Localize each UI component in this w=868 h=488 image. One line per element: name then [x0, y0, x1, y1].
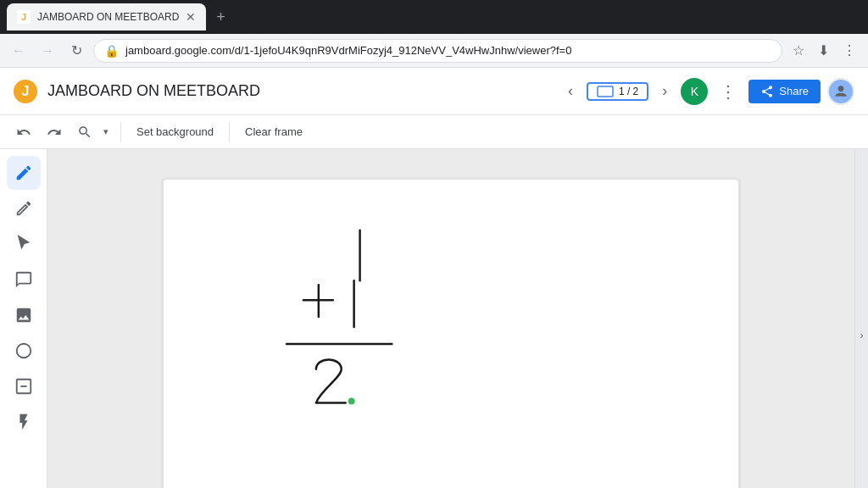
svg-point-1 — [838, 86, 844, 92]
tab-title: JAMBOARD ON MEETBOARD — [37, 11, 179, 23]
right-handle-arrow-icon: › — [860, 330, 864, 341]
redo-icon — [47, 125, 62, 140]
next-frame-button[interactable]: › — [655, 79, 674, 103]
share-icon — [760, 85, 774, 98]
sticky-note-icon — [14, 270, 33, 289]
app-title: JAMBOARD ON MEETBOARD — [47, 82, 551, 100]
address-bar-row: ← → ↻ 🔒 jamboard.google.com/d/1-1jefoU4K… — [0, 34, 868, 68]
forward-button[interactable]: → — [36, 39, 59, 63]
user-profile-avatar — [827, 78, 854, 105]
right-sidebar-handle[interactable]: › — [854, 149, 868, 488]
text-frame-tool-button[interactable] — [7, 369, 41, 403]
clear-frame-button[interactable]: Clear frame — [238, 121, 309, 142]
page-indicator: 1 / 2 — [587, 82, 648, 101]
header-actions: ‹ 1 / 2 › K ⋮ Share — [561, 78, 854, 105]
address-text: jamboard.google.com/d/1-1jefoU4K9qnR9Vdr… — [125, 44, 571, 57]
redo-button[interactable] — [41, 120, 68, 144]
back-button[interactable]: ← — [7, 39, 31, 63]
set-background-button[interactable]: Set background — [130, 121, 220, 142]
pen-tool-button[interactable] — [7, 156, 41, 190]
bookmark-button[interactable]: ☆ — [787, 39, 810, 62]
page-number: 1 / 2 — [619, 86, 638, 97]
lock-icon: 🔒 — [104, 44, 119, 58]
undo-icon — [16, 125, 31, 140]
zoom-control: ▾ — [71, 120, 112, 144]
tab-favicon: J — [17, 10, 31, 24]
reload-button[interactable]: ↻ — [64, 39, 88, 63]
toolbar: ▾ Set background Clear frame — [0, 115, 868, 149]
sticky-note-tool-button[interactable] — [7, 263, 41, 297]
app-header: J JAMBOARD ON MEETBOARD ‹ 1 / 2 › K ⋮ Sh… — [0, 68, 868, 115]
image-tool-button[interactable] — [7, 298, 41, 332]
select-icon — [14, 235, 33, 253]
pen-icon — [14, 164, 33, 182]
tab-bar: J JAMBOARD ON MEETBOARD ✕ + — [7, 0, 232, 34]
tab-close-button[interactable]: ✕ — [186, 10, 196, 24]
more-button[interactable]: ⋮ — [837, 39, 861, 62]
active-tab[interactable]: J JAMBOARD ON MEETBOARD ✕ — [7, 3, 206, 30]
share-button[interactable]: Share — [748, 80, 821, 103]
toolbar-separator — [120, 122, 121, 142]
laser-tool-button[interactable] — [7, 405, 41, 439]
laser-icon — [14, 413, 33, 431]
marker-icon — [14, 199, 33, 218]
app-logo: J — [14, 80, 37, 103]
zoom-button[interactable] — [71, 120, 98, 144]
image-icon — [14, 306, 33, 324]
app-logo-letter: J — [22, 84, 30, 99]
select-tool-button[interactable] — [7, 227, 41, 261]
main-layout: › — [0, 149, 868, 488]
text-frame-icon — [14, 377, 33, 396]
browser-chrome: J JAMBOARD ON MEETBOARD ✕ + — [0, 0, 868, 34]
canvas-area — [47, 149, 854, 488]
shape-icon — [14, 341, 33, 360]
browser-actions: ☆ ⬇ ⋮ — [787, 39, 861, 62]
new-tab-button[interactable]: + — [209, 5, 232, 30]
shape-tool-button[interactable] — [7, 334, 41, 368]
marker-tool-button[interactable] — [7, 191, 41, 225]
download-button[interactable]: ⬇ — [813, 39, 834, 62]
drawing-svg — [164, 180, 738, 488]
prev-frame-button[interactable]: ‹ — [561, 79, 580, 103]
address-field[interactable]: 🔒 jamboard.google.com/d/1-1jefoU4K9qnR9V… — [93, 39, 782, 63]
whiteboard[interactable] — [163, 179, 739, 488]
svg-rect-0 — [598, 86, 613, 97]
zoom-dropdown-button[interactable]: ▾ — [100, 125, 112, 139]
svg-point-10 — [348, 398, 355, 405]
user-avatar-initial: K — [681, 78, 708, 105]
svg-point-2 — [16, 344, 31, 358]
zoom-icon — [77, 125, 92, 140]
share-label: Share — [779, 85, 809, 97]
frame-icon — [597, 86, 614, 97]
left-sidebar — [0, 149, 47, 488]
undo-button[interactable] — [10, 120, 37, 144]
header-more-button[interactable]: ⋮ — [715, 78, 742, 105]
toolbar-separator-2 — [229, 122, 230, 142]
